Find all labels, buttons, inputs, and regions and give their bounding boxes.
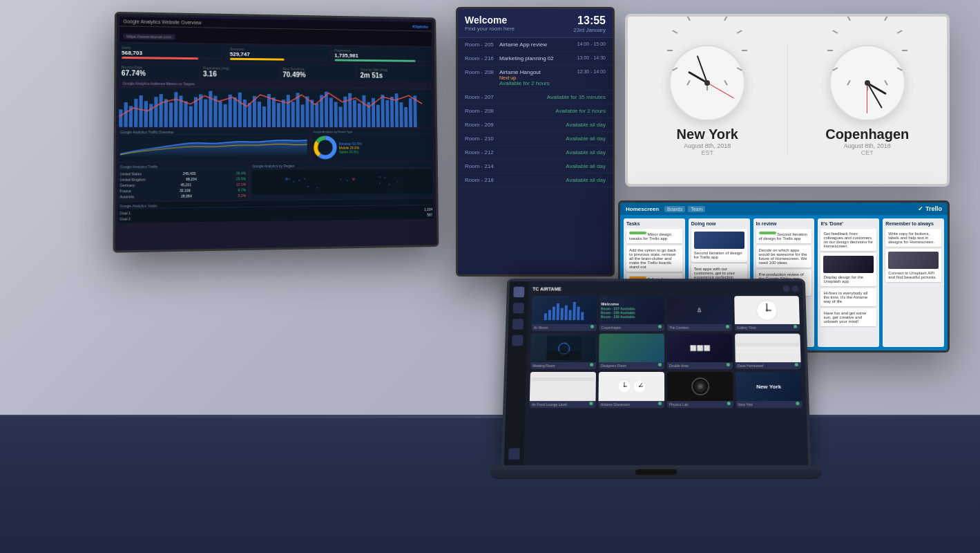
room-time: 13:55 <box>577 15 606 27</box>
thumb-10-label: Airtame Showroom <box>598 401 664 408</box>
svg-rect-72 <box>568 310 571 321</box>
ga-stats: Google Analytics Goals Goal 1 1,234 Goal… <box>118 199 434 223</box>
map-title: Google Analytics by Region <box>252 163 432 169</box>
thumb-2[interactable]: Welcome Room - 207 Available Room - 208 … <box>599 296 664 331</box>
tablet-legend: Tablet 20.6% <box>339 149 362 153</box>
laptop-topbar-actions <box>783 285 799 292</box>
pageviews-bar-wrap <box>334 59 430 62</box>
pageviews-metric: Pageviews 1,735,981 <box>332 46 432 65</box>
thumb-5-label: Meeting Room <box>530 362 596 369</box>
svg-rect-26 <box>248 103 251 127</box>
room-item-208: Room - 208 Airtame Hangout Next up Avail… <box>458 66 613 91</box>
svg-rect-58 <box>400 102 403 127</box>
users-metric: Users 568,703 <box>119 44 226 63</box>
sidebar-icon-2[interactable] <box>513 303 524 314</box>
thumb-2-label: Copenhagen <box>599 324 664 331</box>
laptop-grid: Air Room Welcome Room - 207 Available Ro… <box>530 296 803 408</box>
thumb-4[interactable]: Gallery Time <box>734 296 800 331</box>
analytics-screen: Google Analytics Website Overview Klipfo… <box>115 14 437 250</box>
sidebar-icon-3[interactable] <box>512 319 523 330</box>
thumb-12[interactable]: New York New York <box>736 372 803 408</box>
pageviews-avg-value: 3.16 <box>203 70 276 78</box>
trello-card-14: Have fun and get some sun, get creative … <box>820 308 876 326</box>
clock-date-copenhagen: August 8th, 2018 <box>844 142 891 149</box>
traffic-chart: Google Analytics Traffic Overview <box>119 129 309 162</box>
svg-rect-35 <box>291 102 295 127</box>
thumb-2-status <box>658 325 662 328</box>
sessions-metric: Sessions 529,747 <box>228 45 331 64</box>
metrics-row-2: Bounce Rate 67.74% Pageviews (Avg) 3.16 … <box>119 63 432 82</box>
sidebar-icon-5[interactable] <box>508 448 520 459</box>
laptop: TC AIRTAME Air Room <box>483 276 829 512</box>
thumb-7[interactable]: ⬜⬜⬜ Double Area <box>667 334 733 369</box>
trello-card-9: Decide on which apps would be awesome fo… <box>756 245 812 268</box>
sidebar-icon-1[interactable] <box>513 287 524 297</box>
svg-rect-69 <box>556 303 559 320</box>
user-icon[interactable] <box>791 285 798 292</box>
svg-rect-57 <box>395 93 398 127</box>
svg-rect-10 <box>169 102 173 127</box>
svg-rect-50 <box>363 95 366 127</box>
svg-rect-13 <box>184 101 187 126</box>
room-item-216: Room - 216 Marketing planning 02 13:00 -… <box>458 52 613 66</box>
svg-rect-47 <box>348 93 352 127</box>
svg-rect-4 <box>139 95 142 127</box>
analytics-monitor: Google Analytics Website Overview Klipfo… <box>113 12 439 253</box>
svg-rect-43 <box>329 98 333 128</box>
svg-rect-44 <box>334 102 338 127</box>
audience-section: Google Analytics Audience Metrics vs Tar… <box>119 80 432 88</box>
thumb-8-status <box>795 363 798 366</box>
trello-card-1: Minor design tweaks for Trello app <box>626 229 682 243</box>
stats-bottom: Google Analytics Goals Goal 1 1,234 Goal… <box>118 199 434 223</box>
users-value: 568,703 <box>122 50 224 57</box>
room-subtitle: Find your room here <box>465 26 515 32</box>
svg-rect-3 <box>134 99 137 127</box>
svg-rect-31 <box>272 97 276 127</box>
search-icon[interactable] <box>783 285 790 292</box>
trello-logo: Homescreen <box>626 206 659 212</box>
svg-rect-48 <box>353 100 356 127</box>
svg-rect-21 <box>224 104 227 127</box>
thumb-3-label: The Canteen <box>667 324 732 331</box>
region-section: Google Analytics Traffic United States 2… <box>118 162 247 201</box>
thumb-9[interactable]: Air Front Lounge Level <box>530 372 596 408</box>
thumb-6-status <box>658 363 662 366</box>
clock-face-copenhagen <box>829 45 905 121</box>
svg-point-86 <box>623 386 624 387</box>
room-screen: Welcome Find your room here 13:55 23rd J… <box>458 9 613 274</box>
svg-rect-9 <box>164 99 168 127</box>
thumb-5[interactable]: Meeting Room <box>530 334 597 369</box>
thumb-1[interactable]: Air Room <box>532 296 597 331</box>
time-value: 2m 51s <box>361 72 430 80</box>
device-chart: Google Analytics by Device Type Desktop … <box>311 129 433 161</box>
svg-rect-66 <box>544 313 546 320</box>
room-header-left: Welcome Find your room here <box>465 15 515 32</box>
sessions-bar <box>230 58 285 61</box>
clock-center-copenhagen <box>865 80 870 86</box>
clock-newyork: New York August 8th, 2018 EST <box>628 45 787 156</box>
thumb-6[interactable]: Designers Room <box>599 334 664 369</box>
svg-rect-45 <box>339 106 343 127</box>
room-monitor: Welcome Find your room here 13:55 23rd J… <box>456 7 615 276</box>
thumb-12-label: New York <box>736 401 803 408</box>
metrics-row: Users 568,703 Sessions 529,747 Pageviews… <box>119 44 432 65</box>
thumb-3[interactable]: ∆ The Canteen <box>667 296 732 331</box>
room-item-218: Room - 218 Available all day <box>458 174 613 187</box>
thumb-8-label: Dave Homeward <box>736 362 801 369</box>
sidebar-icon-4[interactable] <box>512 335 523 346</box>
thumb-11[interactable]: Physics Lab <box>667 372 733 408</box>
svg-rect-29 <box>262 106 266 127</box>
thumb-8[interactable]: Dave Homeward <box>735 334 801 369</box>
trello-nav-boards[interactable]: Boards <box>664 206 685 212</box>
room-item-209: Room - 209 Available all day <box>458 118 613 132</box>
device-title: Google Analytics by Device Type <box>313 130 431 134</box>
audience-chart-svg <box>119 88 432 127</box>
thumb-10[interactable]: Airtame Showroom <box>598 372 664 408</box>
room-date: 23rd January <box>573 27 606 33</box>
trello-nav-team[interactable]: Team <box>688 206 705 212</box>
room-header-inner: Welcome Find your room here 13:55 23rd J… <box>465 15 606 33</box>
svg-rect-67 <box>548 310 550 321</box>
laptop-content: TC AIRTAME Air Room <box>504 281 809 465</box>
thumb-10-status <box>658 402 662 405</box>
svg-rect-70 <box>560 308 563 320</box>
